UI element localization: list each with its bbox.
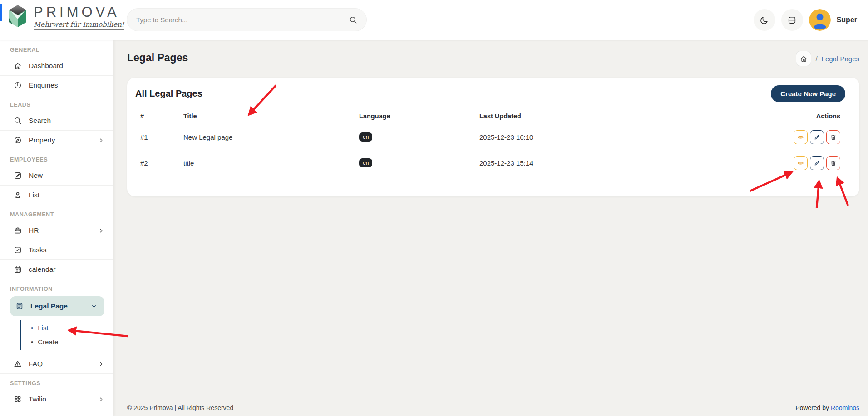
sidebar-section-label: GENERAL <box>0 40 113 56</box>
search-icon <box>14 117 22 125</box>
theme-toggle-button[interactable] <box>754 9 775 31</box>
eye-icon <box>797 134 804 141</box>
brand-name: PRIMOVA <box>34 5 124 20</box>
top-header: PRIMOVA Mehrwert für Immobilien! Super <box>0 0 868 40</box>
sidebar-subitem-label: List <box>38 324 48 332</box>
sidebar-item-label: Property <box>29 136 55 144</box>
table-row: #1New Legal pageen2025-12-23 16:10 <box>127 124 859 150</box>
sidebar-subitem-create[interactable]: •Create <box>21 335 113 349</box>
col-header-num: # <box>127 113 183 120</box>
search-input[interactable] <box>136 16 349 24</box>
sidebar-item-calendar[interactable]: calendar <box>0 260 113 279</box>
col-header-updated: Last Updated <box>479 113 670 120</box>
sidebar-item-label: Dashboard <box>29 62 63 70</box>
vendor-link[interactable]: Roominos <box>831 404 859 411</box>
cell-updated: 2025-12-23 15:14 <box>479 159 670 167</box>
cell-num: #1 <box>127 133 183 141</box>
sidebar-item-label: Tasks <box>29 246 47 254</box>
sidebar-item-label: New <box>29 171 43 180</box>
pencil-square-icon <box>14 171 22 180</box>
main-content: Legal Pages / Legal Pages All Legal Page… <box>113 40 868 416</box>
calendar-icon <box>14 265 22 274</box>
cell-title: title <box>183 159 359 167</box>
briefcase-icon <box>14 226 22 235</box>
breadcrumb-separator: / <box>815 55 817 63</box>
breadcrumb-current[interactable]: Legal Pages <box>822 55 859 63</box>
sidebar-item-label: calendar <box>29 265 55 274</box>
moon-icon <box>760 15 769 25</box>
sidebar-section-label: EMPLOYEES <box>0 150 113 166</box>
sidebar-item-label: FAQ <box>29 360 43 368</box>
sidebar-nav: GENERALDashboardEnquiriesLEADSSearchProp… <box>0 40 113 416</box>
delete-button[interactable] <box>826 130 840 144</box>
cell-updated: 2025-12-23 16:10 <box>479 133 670 141</box>
journal-icon <box>15 302 24 310</box>
pencil-icon <box>814 134 820 141</box>
chevron-right-icon <box>97 227 105 234</box>
sidebar-item-new[interactable]: New <box>0 166 113 186</box>
view-button[interactable] <box>794 156 808 170</box>
search-icon[interactable] <box>349 16 357 24</box>
sidebar-section-label: INFORMATION <box>0 279 113 295</box>
table-row: #2titleen2025-12-23 15:14 <box>127 150 859 176</box>
warning-triangle-icon <box>14 360 22 368</box>
trash-icon <box>830 160 837 166</box>
layout-menu-button[interactable] <box>781 9 803 31</box>
split-square-icon <box>787 15 797 25</box>
page-title: Legal Pages <box>127 52 188 64</box>
sidebar-subitem-label: Create <box>38 338 58 346</box>
sidebar-item-label: List <box>29 191 39 199</box>
sidebar-item-twilio[interactable]: Twilio <box>0 390 113 409</box>
sidebar-item-hr[interactable]: HR <box>0 221 113 240</box>
compass-icon <box>14 136 22 144</box>
person-icon <box>14 191 22 199</box>
sidebar-item-list[interactable]: List <box>0 186 113 205</box>
home-icon <box>800 55 808 63</box>
chevron-right-icon <box>97 396 105 403</box>
sidebar-item-property[interactable]: Property <box>0 131 113 150</box>
edit-button[interactable] <box>810 130 824 144</box>
sidebar-item-label: Twilio <box>29 395 46 403</box>
chevron-right-icon <box>97 137 105 144</box>
grid-icon <box>14 395 22 403</box>
sidebar-item-label: Enquiries <box>29 81 58 89</box>
powered-by-text: Powered by <box>795 404 829 411</box>
info-circle-icon <box>14 81 22 89</box>
cell-language: en <box>359 132 479 142</box>
check-square-icon <box>14 246 22 254</box>
user-avatar[interactable] <box>809 9 831 31</box>
card-title: All Legal Pages <box>135 88 202 99</box>
brand-logo[interactable]: PRIMOVA Mehrwert für Immobilien! <box>7 5 124 30</box>
user-name[interactable]: Super <box>837 16 857 24</box>
sidebar-item-faq[interactable]: FAQ <box>0 354 113 374</box>
cube-logo-icon <box>7 5 28 28</box>
legal-pages-card: All Legal Pages Create New Page #TitleLa… <box>127 78 859 196</box>
sidebar-subitem-list[interactable]: •List <box>21 321 113 335</box>
footer-copyright: © 2025 Primova | All Rights Reserved <box>127 404 233 411</box>
chevron-right-icon <box>97 361 105 367</box>
footer-powered-by: Powered by Roominos <box>795 404 859 411</box>
sidebar-item-tasks[interactable]: Tasks <box>0 240 113 260</box>
sidebar-section-label: MANAGEMENT <box>0 205 113 221</box>
edit-button[interactable] <box>810 156 824 170</box>
sidebar-section-label: SETTINGS <box>0 374 113 390</box>
language-badge: en <box>359 132 372 142</box>
view-button[interactable] <box>794 130 808 144</box>
cell-title: New Legal page <box>183 133 359 141</box>
sidebar-item-search[interactable]: Search <box>0 111 113 131</box>
cell-language: en <box>359 158 479 167</box>
breadcrumb: / Legal Pages <box>796 51 859 66</box>
pencil-icon <box>814 160 820 166</box>
delete-button[interactable] <box>826 156 840 170</box>
breadcrumb-home-button[interactable] <box>796 51 811 66</box>
global-search <box>127 8 367 31</box>
cell-actions <box>670 130 859 144</box>
col-header-title: Title <box>183 113 359 120</box>
left-edge-accent-bar <box>0 4 2 21</box>
sidebar-item-enquiries[interactable]: Enquiries <box>0 76 113 95</box>
create-new-page-button[interactable]: Create New Page <box>771 85 845 102</box>
sidebar-submenu: •List•Create <box>20 320 113 350</box>
sidebar-item-legal-page[interactable]: Legal Page <box>10 296 104 316</box>
sidebar-item-dashboard[interactable]: Dashboard <box>0 56 113 76</box>
cell-num: #2 <box>127 159 183 167</box>
